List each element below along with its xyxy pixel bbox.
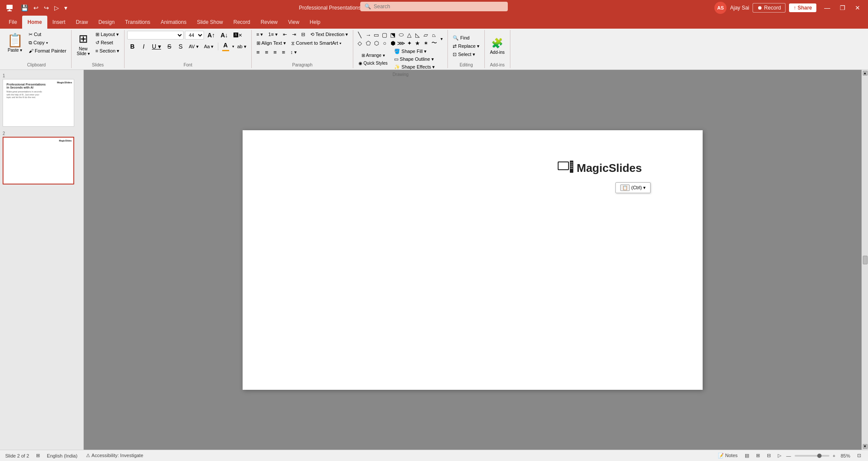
shape-pentagon[interactable]: ⬠ [364,39,372,47]
share-button[interactable]: ↑ Share [789,3,816,12]
shape-rt-triangle[interactable]: ◺ [414,31,421,39]
numbered-list-button[interactable]: 1≡ ▾ [266,31,280,38]
grow-font-button[interactable]: A↑ [205,31,217,40]
fit-slide-button[interactable]: ⊡ [855,452,863,459]
ctrl-tooltip[interactable]: 📋 (Ctrl) ▾ [615,182,651,193]
shape-rect[interactable]: ▭ [372,31,380,39]
highlight-color-button[interactable]: ab ▾ [235,43,249,50]
maximize-button[interactable]: ❐ [835,3,850,13]
shape-hexagon[interactable]: ⬡ [372,39,380,47]
tab-record[interactable]: Record [228,16,256,29]
slide-thumbnail-2[interactable]: 2 MagicSlides [3,131,81,184]
shape-star4[interactable]: ✦ [405,39,413,47]
text-direction-button[interactable]: ⟲ Text Direction ▾ [308,31,351,38]
shape-wave[interactable]: 〜 [430,39,438,47]
shape-star5[interactable]: ★ [414,39,421,47]
align-left-button[interactable]: ≡ [254,48,262,56]
tab-file[interactable]: File [3,16,22,29]
right-scrollbar[interactable]: ▲ ▼ [861,70,868,450]
shrink-font-button[interactable]: A↓ [218,31,230,40]
copy-button[interactable]: ⧉ Copy ▾ [26,39,69,46]
bullet-list-button[interactable]: ≡ ▾ [254,31,265,38]
shape-chevron[interactable]: ⋙ [397,39,405,47]
section-button[interactable]: ≡ Section ▾ [93,47,122,55]
shape-triangle[interactable]: △ [405,31,413,39]
shape-outline-button[interactable]: ▭ Shape Outline ▾ [392,56,437,63]
find-button[interactable]: 🔍 Find [450,34,471,42]
shape-trapezoid[interactable]: ⏢ [430,31,438,39]
accessibility-button[interactable]: ⚠ Accessibility: Investigate [84,452,145,459]
font-size-select[interactable]: 44 [185,31,204,40]
decrease-indent-button[interactable]: ⇤ [281,31,289,38]
tab-review[interactable]: Review [255,16,283,29]
shape-rounded-rect[interactable]: ▢ [381,31,388,39]
font-color-button[interactable]: A [220,41,231,52]
view-presenter-button[interactable]: ▷ [776,452,783,459]
font-size-case-button[interactable]: Aa ▾ [202,43,216,50]
cut-button[interactable]: ✂ ✂ CutCut [26,31,69,38]
minimize-button[interactable]: — [820,3,835,13]
redo-button[interactable]: ↪ [42,3,51,12]
search-input[interactable] [374,3,503,10]
reset-button[interactable]: ↺ Reset [93,39,122,46]
slide-thumbnail-1[interactable]: 1 Professional Presentationsin Seconds w… [3,73,81,127]
shape-octagon[interactable]: ⬢ [389,39,397,47]
format-painter-button[interactable]: 🖌 Format Painter [26,47,69,54]
zoom-slider[interactable] [795,455,829,457]
present-button[interactable]: ▷ [53,3,61,12]
notes-button[interactable]: 📝 Notes [716,452,740,459]
addins-button[interactable]: 🧩 Add-ins [487,36,507,56]
tab-slideshow[interactable]: Slide Show [192,16,228,29]
undo-button[interactable]: ↩ [32,3,40,12]
shape-parallelogram[interactable]: ▱ [422,31,430,39]
shape-oval[interactable]: ⬭ [397,31,405,39]
align-right-button[interactable]: ≡ [271,48,279,56]
select-button[interactable]: ⊡ Select ▾ [450,51,477,58]
shapes-more-button[interactable]: ▾ [438,35,445,43]
clear-format-button[interactable]: 🅰✕ [231,32,244,39]
strikethrough-button[interactable]: S [164,42,174,51]
tab-design[interactable]: Design [93,16,120,29]
line-spacing-button[interactable]: ↕ ▾ [288,49,299,56]
tab-transitions[interactable]: Transitions [120,16,155,29]
tab-animations[interactable]: Animations [155,16,191,29]
tab-view[interactable]: View [283,16,305,29]
view-slide-button[interactable]: ⊞ [754,452,762,459]
tab-insert[interactable]: Insert [47,16,71,29]
shape-diamond[interactable]: ◇ [356,39,364,47]
increase-indent-button[interactable]: ⇥ [290,31,298,38]
close-button[interactable]: ✕ [851,3,865,13]
underline-button[interactable]: U ▾ [150,42,163,51]
bold-button[interactable]: B [127,42,138,51]
align-text-button[interactable]: ⊞ Align Text ▾ [254,40,288,47]
shape-snip-rect[interactable]: ⬔ [389,31,397,39]
paste-button[interactable]: 📋 Paste ▾ [4,31,26,54]
shape-arrow-line[interactable]: → [364,31,372,39]
shape-star6[interactable]: ✶ [422,39,430,47]
layout-button[interactable]: ⊞ Layout ▾ [93,31,122,38]
align-center-button[interactable]: ≡ [263,48,270,56]
view-normal-button[interactable]: ▤ [743,452,751,459]
tab-help[interactable]: Help [305,16,326,29]
char-spacing-button[interactable]: AV ▾ [187,43,201,50]
customize-quick-access[interactable]: ▾ [62,3,69,12]
shape-fill-button[interactable]: 🪣 Shape Fill ▾ [392,48,437,55]
arrange-button[interactable]: ⊞ Arrange ▾ [356,52,390,59]
shadow-button[interactable]: S [175,42,186,51]
quick-styles-button[interactable]: ◉Quick Styles [356,59,390,67]
columns-button[interactable]: ⊟ [299,31,307,38]
save-button[interactable]: 💾 [19,3,30,12]
view-outline-button[interactable]: ⊟ [765,452,773,459]
italic-button[interactable]: I [138,42,149,51]
tab-home[interactable]: Home [22,16,47,29]
shape-heptagon[interactable]: ○ [381,39,388,47]
justify-button[interactable]: ≡ [280,48,288,56]
new-slide-button[interactable]: ⊞ NewSlide ▾ [74,31,92,57]
replace-button[interactable]: ⇄ Replace ▾ [450,43,481,50]
zoom-level[interactable]: 85% [839,452,852,459]
font-family-select[interactable] [127,31,184,40]
shape-effects-button[interactable]: ✨ Shape Effects ▾ [392,63,437,71]
zoom-thumb[interactable] [817,454,822,458]
tab-draw[interactable]: Draw [71,16,93,29]
convert-smartart-button[interactable]: ⧖ Convert to SmartArt ▾ [289,40,344,47]
